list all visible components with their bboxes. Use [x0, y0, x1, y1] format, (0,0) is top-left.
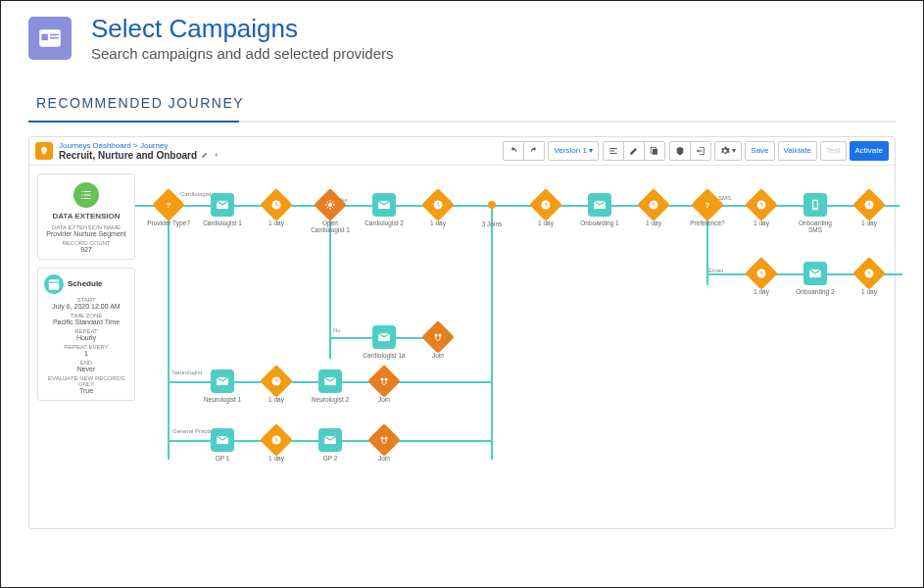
node-onboarding1[interactable]: Onboarding 1 — [576, 193, 623, 227]
node-cardiologist1[interactable]: Cardiologist 1 — [199, 193, 246, 227]
node-join-1[interactable]: Join — [414, 325, 462, 360]
align-button[interactable] — [603, 141, 624, 161]
svg-point-27 — [381, 436, 384, 439]
node-gp1[interactable]: GP 1 — [199, 428, 246, 463]
tag-no: No — [333, 327, 341, 333]
tag-sms: SMS — [718, 195, 731, 201]
node-cardiologist1a[interactable]: Cardiologist 1a — [361, 325, 408, 360]
node-wait-2[interactable]: 1 day — [414, 193, 462, 227]
node-wait-3[interactable]: 1 day — [522, 193, 569, 227]
node-gp2[interactable]: GP 2 — [307, 428, 354, 463]
node-wait-8[interactable]: 1 day — [846, 262, 893, 296]
copy-button[interactable] — [645, 141, 665, 161]
svg-rect-6 — [49, 279, 60, 290]
svg-rect-3 — [50, 37, 59, 39]
page-title: Select Campaigns — [91, 15, 394, 43]
goal-button[interactable] — [669, 141, 691, 161]
journey-toolbar: Journeys Dashboard > Journey Recruit, Nu… — [29, 137, 895, 166]
svg-point-22 — [439, 333, 442, 336]
svg-text:?: ? — [705, 200, 710, 209]
node-wait-4[interactable]: 1 day — [630, 193, 677, 227]
svg-rect-4 — [653, 149, 657, 155]
section-underline — [28, 121, 896, 122]
version-dropdown[interactable]: Version 1 ▾ — [548, 141, 599, 161]
svg-point-25 — [385, 377, 388, 380]
list-icon — [73, 182, 99, 208]
node-provider-type[interactable]: ?Provider Type? — [145, 193, 192, 227]
node-wait-6[interactable]: 1 day — [846, 193, 893, 227]
save-button[interactable]: Save — [745, 141, 774, 161]
node-join-2[interactable]: Join — [361, 369, 408, 404]
edit-icon — [201, 151, 209, 159]
activate-button[interactable]: Activate — [850, 141, 889, 161]
schedule-card[interactable]: Schedule START July 6, 2020 12:00 AM TIM… — [37, 268, 135, 401]
pin-icon — [35, 142, 53, 160]
node-wait-1[interactable]: 1 day — [253, 193, 300, 227]
svg-rect-1 — [41, 33, 48, 40]
node-neurologist2[interactable]: Neurologist 2 — [307, 369, 354, 404]
node-wait-n1[interactable]: 1 day — [253, 369, 300, 404]
svg-point-24 — [381, 377, 384, 380]
node-wait-g1[interactable]: 1 day — [253, 428, 300, 463]
svg-rect-2 — [50, 33, 59, 35]
data-extension-card[interactable]: DATA EXTENSION DATA EXTENSION NAME Provi… — [37, 173, 135, 260]
section-title: RECOMMENDED JOURNEY — [28, 75, 896, 121]
campaign-icon — [28, 17, 72, 60]
svg-point-21 — [435, 333, 438, 336]
node-cardiologist2[interactable]: Cardiologist 2 — [361, 193, 408, 227]
svg-point-10 — [328, 203, 332, 207]
node-neurologist1[interactable]: Neurologist 1 — [199, 369, 246, 404]
edit-tool-button[interactable] — [624, 141, 645, 161]
journey-title: Recruit, Nurture and Onboard — [59, 150, 220, 161]
svg-point-28 — [385, 436, 388, 439]
tag-yes: Yes — [338, 197, 348, 203]
calendar-icon — [44, 274, 64, 294]
node-wait-5[interactable]: 1 day — [738, 193, 785, 227]
redo-button[interactable] — [524, 141, 545, 161]
validate-button[interactable]: Validate — [778, 141, 817, 161]
svg-rect-7 — [49, 281, 60, 282]
undo-button[interactable] — [503, 141, 524, 161]
svg-text:?: ? — [167, 200, 171, 209]
breadcrumb[interactable]: Journeys Dashboard > Journey — [59, 141, 220, 150]
node-onboarding-sms[interactable]: Onboarding SMS — [792, 193, 839, 235]
test-button: Test — [820, 141, 847, 161]
exit-button[interactable] — [691, 141, 711, 161]
tag-neurologist: Neurologist — [172, 369, 202, 375]
settings-button[interactable]: ▾ — [714, 141, 742, 161]
svg-rect-17 — [813, 201, 817, 208]
node-onboarding2[interactable]: Onboarding 2 — [792, 262, 839, 296]
node-wait-7[interactable]: 1 day — [738, 262, 785, 296]
node-join-3[interactable]: Join — [361, 428, 408, 463]
page-subtitle: Search campaigns and add selected provid… — [91, 45, 394, 62]
journey-canvas[interactable]: ?Provider Type?CardiologistCardiologist … — [145, 173, 887, 520]
chevron-right-icon — [213, 151, 220, 159]
tag-email: Email — [708, 268, 723, 273]
